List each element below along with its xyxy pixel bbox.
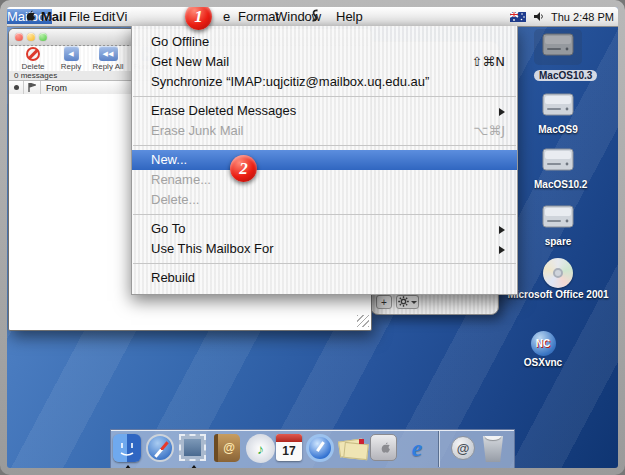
- script-scroll-icon: [310, 9, 320, 23]
- from-column-label: From: [46, 83, 67, 93]
- desktop-icon-spare[interactable]: spare: [534, 203, 582, 247]
- desktop-icon-ms-office-2001[interactable]: Microsoft Office 2001: [503, 258, 613, 300]
- delete-icon: [26, 47, 40, 61]
- desktop-icon-macos9[interactable]: MacOS9: [534, 91, 582, 135]
- hard-drive-icon: [541, 146, 575, 174]
- menu-item-erase-deleted-messages[interactable]: Erase Deleted Messages: [132, 101, 517, 121]
- menu-item-erase-junk-mail: Erase Junk Mail⌥⌘J: [132, 121, 517, 141]
- desktop-icon-osxvnc[interactable]: NC OSXvnc: [515, 331, 571, 368]
- dock-system-preferences-icon[interactable]: [370, 434, 400, 464]
- dock-letters-icon[interactable]: [338, 434, 368, 464]
- dock-separator: [438, 431, 439, 467]
- dock-webloc-icon[interactable]: @: [448, 434, 478, 464]
- step-badge-2: 2: [230, 155, 257, 182]
- menu-separator: [132, 141, 517, 150]
- ical-day: 17: [276, 442, 302, 460]
- caret-down-icon: [411, 301, 417, 304]
- hard-drive-icon: [541, 203, 575, 231]
- apple-logo-icon: [23, 9, 35, 23]
- mailbox-dropdown-menu: Go Offline Get New Mail⇧⌘N Synchronize “…: [131, 26, 518, 295]
- minimize-button[interactable]: [27, 33, 35, 41]
- menu-item-synchronize[interactable]: Synchronize “IMAP:uqjcitiz@mailbox.uq.ed…: [132, 72, 517, 92]
- dock-mail-icon[interactable]: [179, 434, 209, 464]
- reply-all-button[interactable]: ◀◀ Reply All: [88, 46, 128, 71]
- dock-itunes-icon[interactable]: ♪: [246, 434, 276, 464]
- icon-label: MacOS9: [534, 124, 582, 135]
- zoom-button[interactable]: [39, 33, 47, 41]
- menu-edit[interactable]: Edit: [93, 8, 115, 25]
- mailbox-action-button[interactable]: [396, 295, 419, 309]
- dock-internet-explorer-icon[interactable]: e: [402, 434, 432, 464]
- menu-item-rename: Rename...: [132, 170, 517, 190]
- menu-item-new[interactable]: New...: [132, 150, 517, 170]
- add-mailbox-button[interactable]: +: [376, 295, 392, 309]
- menu-item-go-offline[interactable]: Go Offline: [132, 32, 517, 52]
- dock: @ ♪ 17 e @: [110, 429, 515, 468]
- apple-logo-icon: [378, 441, 390, 455]
- plus-icon: +: [381, 297, 387, 308]
- menu-item-use-this-mailbox-for[interactable]: Use This Mailbox For: [132, 239, 517, 259]
- desktop: Delete ◀ Reply ◀◀ Reply All ▶ Forward 0 …: [7, 7, 618, 468]
- menu-separator: [132, 259, 517, 268]
- volume-icon[interactable]: [533, 11, 544, 22]
- resize-grip[interactable]: [357, 315, 369, 327]
- dock-address-book-icon[interactable]: @: [214, 434, 244, 464]
- screenshot-frame: Delete ◀ Reply ◀◀ Reply All ▶ Forward 0 …: [0, 0, 625, 475]
- hard-drive-icon: [541, 31, 575, 59]
- reply-button[interactable]: ◀ Reply: [56, 46, 86, 71]
- desktop-icon-macos102[interactable]: MacOS10.2: [534, 146, 582, 190]
- shortcut-get-new-mail: ⇧⌘N: [471, 52, 505, 72]
- menu-separator: [132, 92, 517, 101]
- dock-trash-icon[interactable]: [478, 434, 508, 464]
- menu-message-partial[interactable]: e: [223, 8, 230, 25]
- osxvnc-icon: NC: [531, 331, 556, 356]
- icon-label: MacOS10.3: [534, 70, 597, 81]
- running-indicator: [190, 465, 198, 468]
- submenu-arrow-icon: [499, 246, 505, 254]
- menu-help[interactable]: Help: [336, 8, 363, 25]
- delete-label: Delete: [21, 62, 44, 71]
- hard-drive-icon: [541, 91, 575, 119]
- menu-format[interactable]: Format: [238, 8, 279, 25]
- submenu-arrow-icon: [499, 108, 505, 116]
- menu-separator: [132, 210, 517, 219]
- flag-icon: [28, 83, 36, 92]
- menu-bar-clock[interactable]: Thu 2:48 PM: [551, 11, 614, 23]
- icon-label: spare: [534, 236, 582, 247]
- reply-all-icon: ◀◀: [99, 46, 118, 61]
- script-menu[interactable]: [310, 9, 320, 26]
- menu-mail[interactable]: Mail: [41, 8, 66, 25]
- dock-quicktime-icon[interactable]: [306, 434, 336, 464]
- dock-safari-icon[interactable]: [146, 434, 176, 464]
- gear-icon: [398, 296, 409, 307]
- menu-file[interactable]: File: [69, 8, 90, 25]
- dock-ical-icon[interactable]: 17: [276, 434, 306, 464]
- delete-button[interactable]: Delete: [17, 46, 49, 71]
- menu-view-partial[interactable]: Vi: [116, 8, 127, 25]
- reply-icon: ◀: [64, 46, 79, 61]
- icon-label: MacOS10.2: [534, 179, 582, 190]
- close-button[interactable]: [15, 33, 23, 41]
- running-indicator: [124, 465, 132, 468]
- flag-column-header[interactable]: [24, 81, 41, 94]
- shortcut-erase-junk-mail: ⌥⌘J: [473, 121, 505, 141]
- icon-label: Microsoft Office 2001: [503, 289, 613, 300]
- menu-item-rebuild[interactable]: Rebuild: [132, 268, 517, 288]
- menu-item-get-new-mail[interactable]: Get New Mail⇧⌘N: [132, 52, 517, 72]
- reply-label: Reply: [61, 62, 81, 71]
- unread-dot-icon: [14, 85, 19, 90]
- desktop-icon-macos103[interactable]: MacOS10.3: [534, 29, 582, 83]
- menu-item-go-to[interactable]: Go To: [132, 219, 517, 239]
- submenu-arrow-icon: [499, 226, 505, 234]
- icon-label: OSXvnc: [515, 357, 571, 368]
- menu-bar: Mail File Edit Vi Mailbox e Format Windo…: [7, 7, 618, 27]
- reply-all-label: Reply All: [92, 62, 123, 71]
- dock-finder-icon[interactable]: [113, 434, 143, 464]
- finder-face: [113, 434, 141, 462]
- cd-icon: [543, 258, 573, 288]
- ical-header: [276, 434, 302, 442]
- australian-flag-icon[interactable]: [510, 12, 526, 22]
- apple-menu[interactable]: [23, 9, 35, 26]
- menu-item-delete: Delete...: [132, 190, 517, 210]
- unread-column-header[interactable]: [9, 81, 24, 94]
